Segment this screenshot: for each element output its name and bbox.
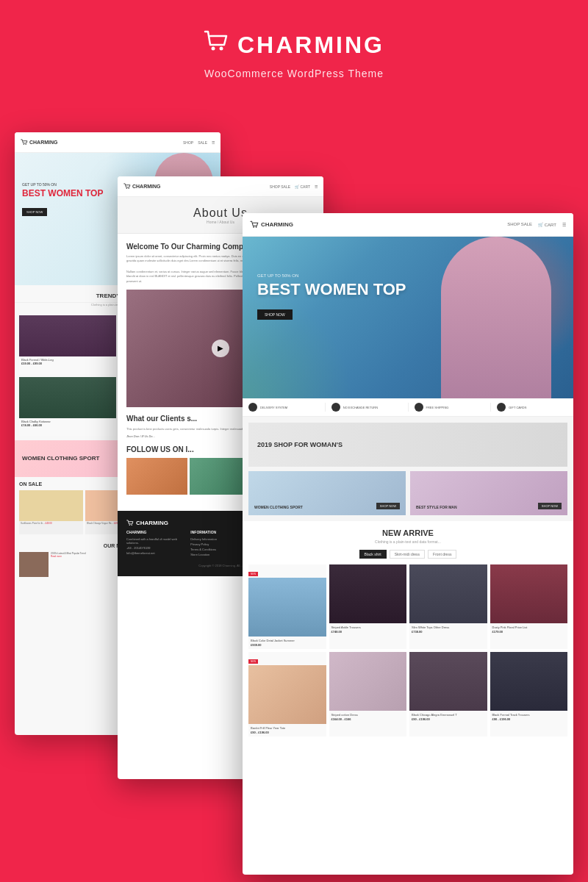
exchange-icon — [331, 403, 340, 412]
table-row: Striped Ankle Trousers £748.00 — [329, 564, 407, 649]
product-info: Black Chalky Knitwear £74.00 - £66.00 — [19, 418, 116, 429]
table-row: NEW Bardot Frill Fleur Year Tote £90 - £… — [248, 652, 326, 736]
svg-point-5 — [128, 188, 129, 189]
banner-shop-btn[interactable]: SHOP NOW — [376, 503, 400, 509]
svg-point-1 — [220, 47, 223, 51]
right-section-sub: Clothing is a plain-text and data format… — [248, 539, 567, 544]
brand-tagline: WooCommerce WordPress Theme — [15, 68, 573, 79]
product-image — [409, 652, 487, 711]
right-hero-model — [441, 237, 551, 398]
right-banner-main-text: 2019 SHOP FOR WOMAN'S — [257, 441, 343, 448]
header: CHARMING WooCommerce WordPress Theme — [0, 0, 588, 94]
sale-image — [19, 490, 83, 521]
product-badge: NEW — [248, 659, 258, 664]
product-info: Slim White Tops Other Dress £738.00 — [409, 623, 487, 636]
product-image — [19, 315, 116, 356]
left-hero-cta[interactable]: SHOP NOW — [22, 208, 47, 216]
right-banner-item-2: BEST STYLE FOR MAN SHOP NOW — [410, 471, 567, 515]
brand-name: CHARMING — [237, 32, 384, 59]
right-new-arrivals: NEW ARRIVE Clothing is a plain-text and … — [243, 521, 573, 744]
right-logo: CHARMING — [250, 220, 293, 229]
product-image — [329, 652, 407, 711]
right-hero: GET UP TO 50% ON BEST WOMEN TOP SHOP NOW — [243, 237, 573, 398]
tab-black-shirt[interactable]: Black shirt — [359, 550, 387, 559]
svg-point-2 — [24, 144, 24, 145]
product-info: Black Formal Track Trousers £90 - £196.0… — [490, 711, 568, 723]
product-image — [19, 377, 116, 418]
table-row: Slim White Tops Other Dress £738.00 — [409, 564, 487, 649]
feature-shipping: FREE SHIPPING — [409, 403, 492, 412]
table-row: Black Chicago Alegra Emmanuel T £90 - £1… — [409, 652, 487, 736]
table-row: Striped cotton Dress £164.00 - £166 — [329, 652, 407, 736]
product-info: Striped cotton Dress £164.00 - £166 — [329, 711, 407, 723]
product-info: Bardot Frill Fleur Year Tote £90 - £196.… — [248, 724, 326, 736]
product-image — [329, 564, 407, 623]
feature-delivery: DELIVERY SYSTEM — [243, 403, 326, 412]
tab-skirt-midi[interactable]: Skirt-midi dress — [390, 550, 425, 559]
tab-front-dress[interactable]: Front dress — [428, 550, 456, 559]
right-nav: CHARMING SHOP SALE 🛒 CART ☰ — [243, 213, 573, 237]
social-image-1 — [126, 458, 187, 495]
product-image — [248, 578, 326, 637]
right-hero-subtitle: GET UP TO 50% ON — [257, 273, 406, 278]
cart-icon — [204, 29, 230, 60]
left-hero-text: GET UP TO 50% ON BEST WOMEN TOP SHOP NOW — [22, 182, 103, 216]
product-image — [490, 652, 568, 711]
product-info: Black Chicago Alegra Emmanuel T £90 - £1… — [409, 711, 487, 723]
right-banner-main: 2019 SHOP FOR WOMAN'S — [248, 423, 567, 467]
product-image — [490, 564, 568, 623]
list-item: Black Chalky Knitwear £74.00 - £66.00 — [19, 377, 116, 436]
product-badge: NEW — [248, 572, 258, 576]
footer-col-1: CHARMING Combined with a handful of mode… — [126, 530, 186, 558]
svg-point-9 — [256, 226, 257, 228]
logo-container: CHARMING — [15, 29, 573, 60]
svg-point-3 — [25, 144, 26, 145]
shipping-icon — [415, 403, 423, 412]
footer-col-2: INFORMATION Delivery Information Privacy… — [190, 530, 250, 558]
truck-icon — [248, 403, 257, 412]
right-section-title: NEW ARRIVE — [248, 528, 567, 537]
list-item: Sunflowers Prize for th... £49.00 — [19, 490, 83, 534]
screenshot-right: CHARMING SHOP SALE 🛒 CART ☰ GET UP TO 50… — [243, 213, 573, 875]
list-item: 2019's Latest & Most Popular TrendRead m… — [19, 552, 116, 577]
left-banner-text: WOMEN CLOTHING SPORT — [22, 455, 99, 462]
news-image — [19, 552, 49, 577]
mid-breadcrumb: Home / About Us — [207, 220, 234, 224]
right-banner-row: WOMEN CLOTHING SPORT SHOP NOW BEST STYLE… — [248, 471, 567, 515]
list-item: Black Formal / Wide-Leg £59.00 - £99.00 — [19, 315, 116, 374]
svg-point-4 — [126, 188, 127, 189]
product-info: Black Color Detal Jacket Summer £939.00 — [248, 637, 326, 649]
product-info: Striped Ankle Trousers £748.00 — [329, 623, 407, 636]
mid-logo: CHARMING — [123, 183, 161, 190]
left-nav-links: SHOP SALE ☰ — [183, 140, 215, 145]
left-sale-title: ON SALE — [19, 481, 42, 487]
product-info: Dusty Pink Floral Price List £179.00 — [490, 623, 568, 636]
right-hero-text: GET UP TO 50% ON BEST WOMEN TOP SHOP NOW — [257, 273, 406, 320]
right-hero-cta[interactable]: SHOP NOW — [257, 309, 293, 320]
feature-exchange: NO EXCHANGE RETURN — [326, 403, 409, 412]
feature-gift: GIFT CARDS — [491, 403, 573, 412]
left-hero-title: BEST WOMEN TOP — [22, 189, 103, 198]
right-nav-links: SHOP SALE 🛒 CART ☰ — [507, 222, 566, 227]
svg-point-0 — [212, 47, 215, 51]
right-features-bar: DELIVERY SYSTEM NO EXCHANGE RETURN FREE … — [243, 398, 573, 417]
table-row: Black Formal Track Trousers £90 - £196.0… — [490, 652, 568, 736]
product-info: Black Formal / Wide-Leg £59.00 - £99.00 — [19, 356, 116, 367]
svg-point-7 — [131, 525, 132, 526]
mid-play-button[interactable]: ▶ — [212, 340, 229, 357]
mid-page-title: About Us — [193, 207, 248, 220]
banner-shop-btn-2[interactable]: SHOP NOW — [538, 503, 562, 509]
right-banner-section: 2019 SHOP FOR WOMAN'S WOMEN CLOTHING SPO… — [243, 417, 573, 521]
mid-nav: CHARMING SHOP SALE 🛒 CART ☰ — [118, 176, 323, 197]
table-row: Dusty Pink Floral Price List £179.00 — [490, 564, 568, 649]
mid-nav-links: SHOP SALE 🛒 CART ☰ — [270, 184, 318, 189]
svg-point-8 — [253, 226, 254, 228]
news-text: 2019's Latest & Most Popular TrendRead m… — [51, 552, 86, 577]
right-products-grid: NEW Black Color Detal Jacket Summer £939… — [248, 564, 567, 736]
left-nav: CHARMING SHOP SALE ☰ — [15, 132, 220, 153]
product-image — [248, 665, 326, 724]
screenshots-area: CHARMING SHOP SALE ☰ GET UP TO 50% ON BE… — [0, 132, 588, 882]
product-image — [409, 564, 487, 623]
left-hero-subtitle: GET UP TO 50% ON — [22, 182, 103, 187]
right-hero-title: BEST WOMEN TOP — [257, 281, 406, 298]
